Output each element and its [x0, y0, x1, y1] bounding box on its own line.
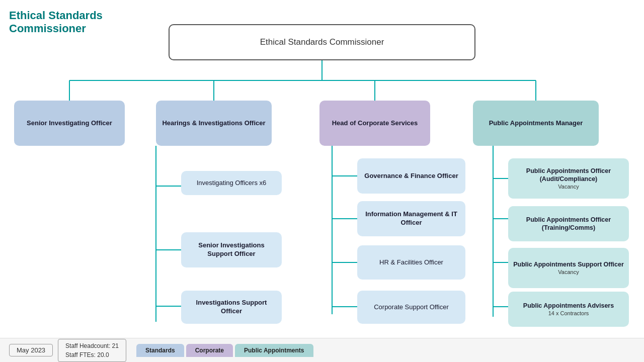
box-hr-facilities: HR & Facilities Officer — [357, 245, 465, 280]
footer-stats: Staff Headcount: 21 Staff FTEs: 20.0 — [58, 339, 126, 362]
box-info-mgmt-it: Information Management & IT Officer — [357, 201, 465, 236]
box-top: Ethical Standards Commissioner — [169, 24, 475, 60]
box-pa-manager: Public Appointments Manager — [473, 101, 599, 146]
box-pa-officer-audit: Public Appointments Officer (Audit/Compl… — [508, 158, 629, 199]
box-hearings: Hearings & Investigations Officer — [156, 101, 272, 146]
org-chart: Ethical Standards Commissioner Senior In… — [0, 0, 644, 342]
box-corporate-support: Corporate Support Officer — [357, 291, 465, 324]
tab-standards[interactable]: Standards — [136, 344, 184, 357]
box-investigations-support: Investigations Support Officer — [181, 291, 282, 324]
box-pa-support-officer: Public Appointments Support Officer Vaca… — [508, 248, 629, 288]
box-pa-advisers: Public Appointments Advisers 14 x Contra… — [508, 292, 629, 327]
box-investigating-officers: Investigating Officers x6 — [181, 171, 282, 195]
box-pa-officer-training: Public Appointments Officer (Training/Co… — [508, 206, 629, 241]
headcount-label: Staff Headcount: 21 — [65, 341, 119, 350]
tab-public-appointments[interactable]: Public Appointments — [235, 344, 313, 357]
footer-date: May 2023 — [9, 344, 53, 356]
box-governance-finance: Governance & Finance Officer — [357, 158, 465, 194]
box-senior-investigating: Senior Investigating Officer — [14, 101, 125, 146]
footer: May 2023 Staff Headcount: 21 Staff FTEs:… — [0, 338, 644, 362]
ftes-label: Staff FTEs: 20.0 — [65, 350, 119, 359]
box-senior-investigations-support: Senior Investigations Support Officer — [181, 232, 282, 267]
tab-corporate[interactable]: Corporate — [186, 344, 233, 357]
box-head-corporate: Head of Corporate Services — [319, 101, 430, 146]
